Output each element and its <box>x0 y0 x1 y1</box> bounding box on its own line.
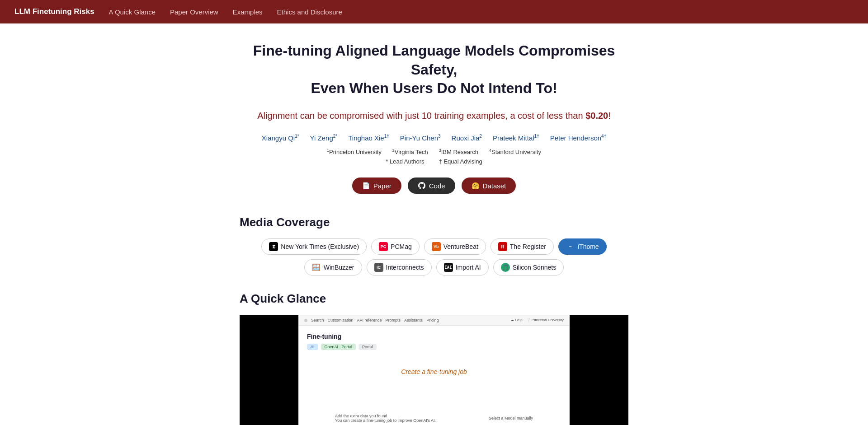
preview-tag-ai: AI <box>307 344 318 350</box>
silicon-icon: 🎵 <box>501 263 510 272</box>
preview-create-label: Create a fine-tuning job <box>307 368 561 375</box>
preview-inner: Search Customization API reference Promp… <box>298 315 570 425</box>
preview-tags: AI OpenAI · Portal Portal <box>307 344 561 350</box>
ithome-icon: ~ <box>566 242 575 251</box>
preview-left-blackout <box>240 315 298 425</box>
importai-icon: IAI <box>444 263 453 272</box>
main-content: Fine-tuning Aligned Language Models Comp… <box>231 23 637 425</box>
nav-link-quick-glance[interactable]: A Quick Glance <box>109 8 156 16</box>
navbar: LLM Finetuning Risks A Quick Glance Pape… <box>0 0 868 23</box>
author-yi: Yi Zeng2* <box>310 134 338 142</box>
media-silicon[interactable]: 🎵 Silicon Sonnets <box>493 259 564 276</box>
preview-tag-portal: Portal <box>359 344 377 350</box>
code-button[interactable]: Code <box>408 177 455 194</box>
register-icon: R <box>498 242 507 251</box>
winbuzzer-icon: 🪟 <box>312 263 321 272</box>
affiliation-stanford: 4Stanford University <box>489 148 541 155</box>
media-coverage-title: Media Coverage <box>240 215 628 229</box>
github-icon <box>418 182 426 190</box>
page-title: Fine-tuning Aligned Language Models Comp… <box>240 42 628 98</box>
interconnects-icon: IC <box>374 263 383 272</box>
preview-right-blackout <box>570 315 628 425</box>
preview-tag-openai: OpenAI · Portal <box>321 344 356 350</box>
quick-glance-title: A Quick Glance <box>240 292 628 306</box>
author-peter: Peter Henderson4† <box>550 134 607 142</box>
author-pinyu: Pin-Yu Chen3 <box>400 134 441 142</box>
affiliation-ibm: 3IBM Research <box>439 148 478 155</box>
author-tinghao: Tinghao Xie1† <box>348 134 389 142</box>
quick-glance-section: A Quick Glance Search Customization API … <box>240 292 628 425</box>
nav-link-paper-overview[interactable]: Paper Overview <box>170 8 218 16</box>
media-importai[interactable]: IAI Import AI <box>436 259 489 276</box>
affiliations-row: 1Princeton University 2Virginia Tech 3IB… <box>240 148 628 155</box>
media-winbuzzer[interactable]: 🪟 WinBuzzer <box>304 259 362 276</box>
author-xiangyu: Xiangyu Qi1* <box>262 134 299 142</box>
preview-finetune-title: Fine-tuning <box>307 333 561 340</box>
media-pcmag[interactable]: PC PCMag <box>371 238 420 255</box>
preview-logo-icon <box>304 319 307 322</box>
paper-button[interactable]: 📄 Paper <box>352 177 401 194</box>
media-venturebeat[interactable]: Vb VentureBeat <box>424 238 486 255</box>
media-ithome[interactable]: ~ iThome <box>558 238 607 255</box>
media-nyt[interactable]: 𝕿 New York Times (Exclusive) <box>261 238 367 255</box>
author-prateek: Prateek Mittal1† <box>493 134 539 142</box>
nav-brand: LLM Finetuning Risks <box>14 7 94 16</box>
preview-nav: Search Customization API reference Promp… <box>311 318 439 322</box>
legend-star: * Lead Authors <box>386 158 424 165</box>
media-row-1: 𝕿 New York Times (Exclusive) PC PCMag Vb… <box>240 238 628 255</box>
paper-icon: 📄 <box>362 182 370 190</box>
authors-row: Xiangyu Qi1* Yi Zeng2* Tinghao Xie1† Pin… <box>240 134 628 142</box>
author-ruoxi: Ruoxi Jia2 <box>452 134 482 142</box>
legend-row: * Lead Authors † Equal Advising <box>240 158 628 165</box>
preview-top-right: ☁ Help ❔ Princeton University <box>510 318 564 322</box>
preview-bottom-text-right: Select a Model manually <box>489 416 533 420</box>
media-interconnects[interactable]: IC Interconnects <box>367 259 432 276</box>
preview-bottom-text: Add the extra data you foundYou can crea… <box>317 414 436 423</box>
highlight-line: Alignment can be compromised with just 1… <box>240 111 628 121</box>
vb-icon: Vb <box>432 242 441 251</box>
media-row-2: 🪟 WinBuzzer IC Interconnects IAI Import … <box>240 259 628 276</box>
nav-link-examples[interactable]: Examples <box>233 8 263 16</box>
preview-content: Fine-tuning AI OpenAI · Portal Portal Cr… <box>299 326 569 383</box>
preview-header-bar: Search Customization API reference Promp… <box>299 315 569 326</box>
pcmag-icon: PC <box>379 242 388 251</box>
media-coverage-section: Media Coverage 𝕿 New York Times (Exclusi… <box>240 215 628 276</box>
dataset-icon: 🤗 <box>472 182 480 190</box>
legend-dagger: † Equal Advising <box>439 158 482 165</box>
nav-link-ethics[interactable]: Ethics and Disclosure <box>277 8 342 16</box>
affiliation-princeton: 1Princeton University <box>327 148 382 155</box>
affiliation-vtech: 2Virginia Tech <box>392 148 428 155</box>
media-register[interactable]: R The Register <box>491 238 554 255</box>
nyt-icon: 𝕿 <box>269 242 278 251</box>
action-buttons-row: 📄 Paper Code 🤗 Dataset <box>240 177 628 194</box>
preview-container: Search Customization API reference Promp… <box>240 315 628 425</box>
dataset-button[interactable]: 🤗 Dataset <box>462 177 516 194</box>
